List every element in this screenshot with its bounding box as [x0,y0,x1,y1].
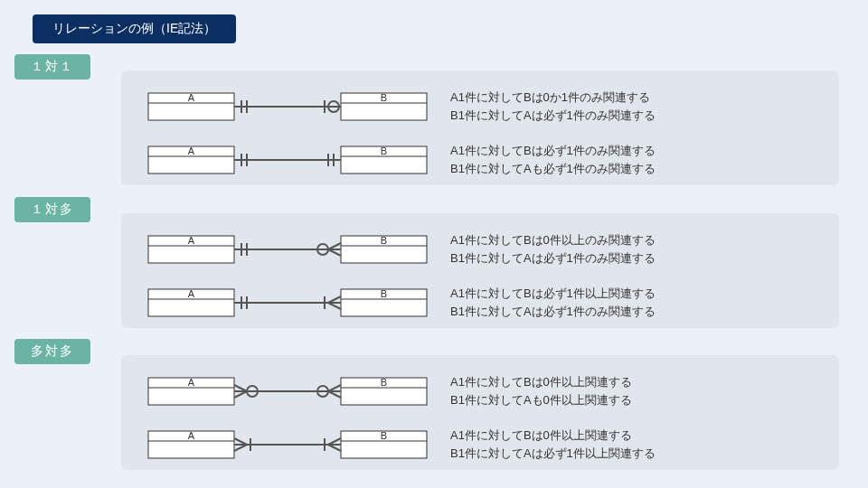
relation-description: A1件に対してBは0件以上関連する B1件に対してAも0件以上関連する [450,373,817,408]
svg-line-75 [328,438,341,445]
svg-line-60 [328,385,341,391]
desc-line: A1件に対してBは0件以上関連する [450,373,817,391]
svg-text:A: A [188,92,195,103]
relation-row: A B A1件に対してBは必ず1件以上関連する B1件に対してAは必ず1件のみ関… [143,277,817,327]
relation-diagram: A B [143,283,450,323]
relation-diagram: A B [143,87,450,127]
svg-text:A: A [188,430,195,441]
relation-description: A1件に対してBは0か1件のみ関連する B1件に対してAは必ず1件のみ関連する [450,89,817,124]
svg-line-72 [234,445,247,451]
relation-description: A1件に対してBは0件以上のみ関連する B1件に対してAは必ず1件のみ関連する [450,231,817,267]
svg-text:B: B [381,235,387,246]
desc-line: A1件に対してBは必ず1件以上関連する [450,285,817,303]
page-title: リレーションの例（IE記法） [33,14,236,43]
svg-text:B: B [381,145,387,156]
svg-line-76 [328,445,341,451]
desc-line: B1件に対してAは必ず1件のみ関連する [450,303,817,321]
section-panel: A B A1件に対してBは0件以上のみ関連する B1件に対してAは必ず1件のみ関… [121,213,839,328]
svg-line-61 [328,391,341,398]
relation-diagram: A B [143,371,450,411]
relation-row: A B A1件に対してBは0件以上のみ関連する B1件に対してAは必ず1件のみ関… [143,224,817,274]
relation-row: A B A1件に対してBは0か1件のみ関連する B1件に対してAは必ず1件のみ関… [143,81,817,131]
svg-line-57 [234,391,247,398]
section-panel: A B A1件に対してBは0件以上関連する B1件に対してAも0件以上関連する [121,355,839,470]
desc-line: A1件に対してBは必ず1件のみ関連する [450,142,817,160]
desc-line: B1件に対してAも0件以上関連する [450,391,817,409]
relation-row: A B A1件に対してBは0件以上関連する B1件に対してAは必ず1件以上関連す… [143,419,817,469]
desc-line: A1件に対してBは0件以上関連する [450,427,817,445]
relation-description: A1件に対してBは必ず1件のみ関連する B1件に対してAも必ず1件のみ関連する [450,142,817,177]
svg-line-45 [328,296,341,303]
svg-line-46 [328,303,341,309]
relation-row: A B A1件に対してBは必ず1件のみ関連する B1件に対してAも必ず1件のみ関… [143,135,817,184]
relation-description: A1件に対してBは必ず1件以上関連する B1件に対してAは必ず1件のみ関連する [450,285,817,320]
svg-text:A: A [188,145,195,156]
section-one-to-many: １対多 A B A1件に対してBは0件以上のみ関連する B1件に対してAは必ず1… [14,197,839,328]
svg-text:A: A [188,235,195,246]
desc-line: B1件に対してAは必ず1件のみ関連する [450,107,817,125]
svg-line-32 [328,243,341,249]
svg-text:B: B [381,377,387,388]
desc-line: A1件に対してBは0件以上のみ関連する [450,231,817,249]
svg-line-33 [328,249,341,256]
relation-diagram: A B [143,230,450,269]
desc-line: B1件に対してAも必ず1件のみ関連する [450,160,817,178]
svg-text:B: B [381,92,387,103]
svg-text:B: B [381,430,387,441]
section-many-to-many: 多対多 A B A1件に対してBは0件以上関 [14,339,839,470]
section-panel: A B A1件に対してBは0か1件のみ関連する B1件に対してAは必ず1件のみ関… [121,70,839,185]
svg-text:B: B [381,288,387,299]
section-tag: 多対多 [14,339,90,364]
relation-diagram: A B [143,140,450,180]
section-one-to-one: １対１ A B A1件に対してBは0か1件のみ関連する B1件に対してAは必ず1… [14,54,839,185]
svg-text:A: A [188,288,195,299]
svg-text:A: A [188,377,195,388]
desc-line: A1件に対してBは0か1件のみ関連する [450,89,817,107]
section-tag: １対１ [14,54,90,80]
desc-line: B1件に対してAは必ず1件のみ関連する [450,249,817,267]
desc-line: B1件に対してAは必ず1件以上関連する [450,445,817,463]
relation-diagram: A B [143,425,450,465]
relation-description: A1件に対してBは0件以上関連する B1件に対してAは必ず1件以上関連する [450,427,817,462]
relation-row: A B A1件に対してBは0件以上関連する B1件に対してAも0件以上関連する [143,366,817,416]
section-tag: １対多 [14,197,90,222]
svg-line-56 [234,385,247,391]
svg-line-71 [234,438,247,445]
